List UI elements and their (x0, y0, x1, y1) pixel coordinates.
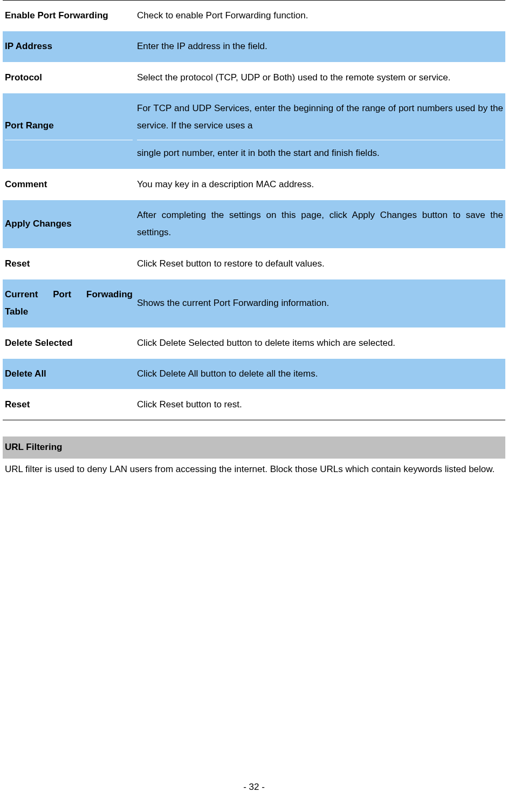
row-value: You may key in a description MAC address… (135, 169, 505, 200)
row-value: Select the protocol (TCP, UDP or Both) u… (135, 62, 505, 93)
url-filtering-header: URL Filtering (3, 436, 505, 458)
row-label: Delete Selected (3, 327, 135, 358)
table-row: Delete All Click Delete All button to de… (3, 358, 505, 389)
row-label: Delete All (3, 358, 135, 389)
row-label: Port Range (3, 93, 135, 169)
row-label: IP Address (3, 31, 135, 62)
table-row: Enable Port Forwarding Check to enable P… (3, 1, 505, 31)
url-filtering-body: URL filter is used to deny LAN users fro… (3, 459, 505, 478)
row-value: Click Delete All button to delete all th… (135, 358, 505, 389)
row-value: Shows the current Port Forwarding inform… (135, 279, 505, 327)
row-value: Click Delete Selected button to delete i… (135, 327, 505, 358)
table-row: Port Range For TCP and UDP Services, ent… (3, 93, 505, 169)
row-value: Click Reset button to restore to default… (135, 248, 505, 279)
row-label: Reset (3, 390, 135, 420)
row-label: Apply Changes (3, 200, 135, 249)
table-row: Protocol Select the protocol (TCP, UDP o… (3, 62, 505, 93)
row-value: For TCP and UDP Services, enter the begi… (135, 93, 505, 169)
table-row: Reset Click Reset button to restore to d… (3, 248, 505, 279)
row-label: Comment (3, 169, 135, 200)
page-number: - 32 - (0, 779, 508, 796)
row-label: Protocol (3, 62, 135, 93)
table-row: Comment You may key in a description MAC… (3, 169, 505, 200)
table-row: Reset Click Reset button to rest. (3, 390, 505, 420)
row-value: Enter the IP address in the field. (135, 31, 505, 62)
table-row: Delete Selected Click Delete Selected bu… (3, 327, 505, 358)
row-label: Reset (3, 248, 135, 279)
port-forwarding-desc-table: Enable Port Forwarding Check to enable P… (3, 0, 505, 420)
row-value: After completing the settings on this pa… (135, 200, 505, 249)
row-value: Check to enable Port Forwarding function… (135, 1, 505, 31)
row-label: Current Port Forwading Table (3, 279, 135, 327)
table-row: Apply Changes After completing the setti… (3, 200, 505, 249)
row-label: Enable Port Forwarding (3, 1, 135, 31)
table-row: Current Port Forwading Table Shows the c… (3, 279, 505, 327)
table-row: IP Address Enter the IP address in the f… (3, 31, 505, 62)
row-value: Click Reset button to rest. (135, 390, 505, 420)
